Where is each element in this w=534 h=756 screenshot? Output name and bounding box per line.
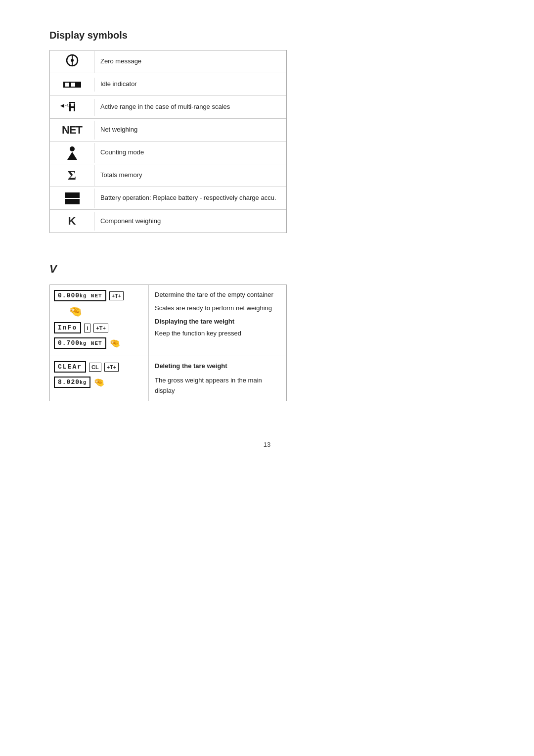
proc-desc-tare: Determine the tare of the empty containe… bbox=[149, 285, 286, 356]
display-0700-net: 0.700kg NET bbox=[54, 337, 106, 349]
svg-rect-11 bbox=[69, 106, 75, 108]
btn-i[interactable]: i bbox=[84, 324, 90, 332]
desc-keep-pressed: Keep the function key pressed bbox=[155, 329, 280, 339]
svg-rect-6 bbox=[71, 83, 75, 87]
proc-display-row-clear: CLEAr CL +T+ bbox=[54, 361, 144, 373]
proc-left-clear: CLEAr CL +T+ 8.020kg 🤏 bbox=[50, 356, 149, 401]
active-range-icon: -1 bbox=[50, 99, 94, 116]
proc-row-clear: CLEAr CL +T+ 8.020kg 🤏 Deleting the tare… bbox=[50, 356, 286, 401]
counting-mode-icon bbox=[50, 143, 94, 163]
proc-desc-clear: Deleting the tare weight The gross weigh… bbox=[149, 356, 286, 401]
symbol-row-net: NET Net weighing bbox=[50, 119, 286, 142]
btn-cl[interactable]: CL bbox=[89, 363, 101, 372]
symbol-row-active-range: -1 Active range in the case of multi-ran… bbox=[50, 96, 286, 119]
symbol-desc-counting: Counting mode bbox=[94, 145, 150, 160]
display-clear: CLEAr bbox=[54, 361, 86, 373]
hand-icon-3: 🤏 bbox=[93, 377, 104, 388]
symbol-desc-k: Component weighing bbox=[94, 214, 167, 229]
btn-tare-1[interactable]: +T+ bbox=[109, 291, 124, 300]
battery-icon bbox=[50, 189, 94, 208]
desc-determine: Determine the tare of the empty containe… bbox=[155, 290, 280, 300]
symbol-row-sigma: Σ Totals memory bbox=[50, 164, 286, 187]
page-title: Display symbols bbox=[49, 30, 485, 41]
page-number: 13 bbox=[49, 441, 485, 448]
proc-row-tare: 0.000kg NET +T+ 🤏 InFo i +T+ 0.700kg NET… bbox=[50, 285, 286, 356]
procedure-table: 0.000kg NET +T+ 🤏 InFo i +T+ 0.700kg NET… bbox=[49, 284, 287, 401]
proc-display-hand-1: 🤏 bbox=[54, 305, 144, 318]
symbol-row-counting: Counting mode bbox=[50, 142, 286, 164]
zero-message-icon bbox=[50, 51, 94, 73]
proc-display-row-0700: 0.700kg NET 🤏 bbox=[54, 337, 144, 349]
svg-point-13 bbox=[70, 146, 75, 151]
desc-deleting-tare: Deleting the tare weight bbox=[155, 361, 280, 372]
proc-display-row-1: 0.000kg NET +T+ bbox=[54, 290, 144, 301]
section-v-heading: V bbox=[49, 263, 485, 276]
svg-rect-12 bbox=[69, 102, 75, 103]
totals-memory-icon: Σ bbox=[50, 165, 94, 186]
svg-rect-5 bbox=[65, 83, 69, 87]
symbol-row-k: K Component weighing bbox=[50, 210, 286, 233]
svg-text:-1: -1 bbox=[65, 103, 69, 107]
desc-gross-weight: The gross weight appears in the main dis… bbox=[155, 376, 280, 396]
svg-marker-7 bbox=[60, 104, 64, 108]
proc-left-tare: 0.000kg NET +T+ 🤏 InFo i +T+ 0.700kg NET… bbox=[50, 285, 149, 356]
btn-tare-3[interactable]: +T+ bbox=[104, 363, 119, 372]
desc-scales-ready: Scales are ready to perform net weighing bbox=[155, 303, 280, 314]
component-weighing-icon: K bbox=[50, 212, 94, 231]
symbol-desc-idle: Idle indicator bbox=[94, 77, 143, 92]
symbol-row-zero: Zero message bbox=[50, 50, 286, 73]
hand-icon-1: 🤏 bbox=[69, 305, 82, 318]
hand-icon-2: 🤏 bbox=[109, 338, 120, 349]
proc-display-row-info: InFo i +T+ bbox=[54, 322, 144, 333]
net-weighing-icon: NET bbox=[50, 121, 94, 140]
symbols-table: Zero message Idle indicator -1 bbox=[49, 50, 287, 233]
symbol-desc-battery: Battery operation: Replace battery - res… bbox=[94, 190, 282, 205]
symbol-desc-zero: Zero message bbox=[94, 54, 147, 69]
symbol-row-battery: Battery operation: Replace battery - res… bbox=[50, 187, 286, 210]
svg-rect-15 bbox=[65, 192, 80, 198]
symbol-desc-active-range: Active range in the case of multi-range … bbox=[94, 99, 236, 114]
desc-displaying-tare: Displaying the tare weight bbox=[155, 317, 280, 327]
svg-marker-14 bbox=[67, 152, 77, 160]
svg-rect-16 bbox=[65, 199, 80, 204]
display-8020: 8.020kg bbox=[54, 377, 90, 388]
svg-point-3 bbox=[71, 59, 74, 62]
display-000-net: 0.000kg NET bbox=[54, 290, 106, 301]
symbol-row-idle: Idle indicator bbox=[50, 73, 286, 96]
display-info: InFo bbox=[54, 322, 81, 333]
proc-display-row-8020: 8.020kg 🤏 bbox=[54, 377, 144, 388]
btn-tare-2[interactable]: +T+ bbox=[93, 324, 108, 332]
symbol-desc-net: Net weighing bbox=[94, 122, 143, 137]
symbol-desc-sigma: Totals memory bbox=[94, 168, 148, 183]
idle-indicator-icon bbox=[50, 78, 94, 92]
